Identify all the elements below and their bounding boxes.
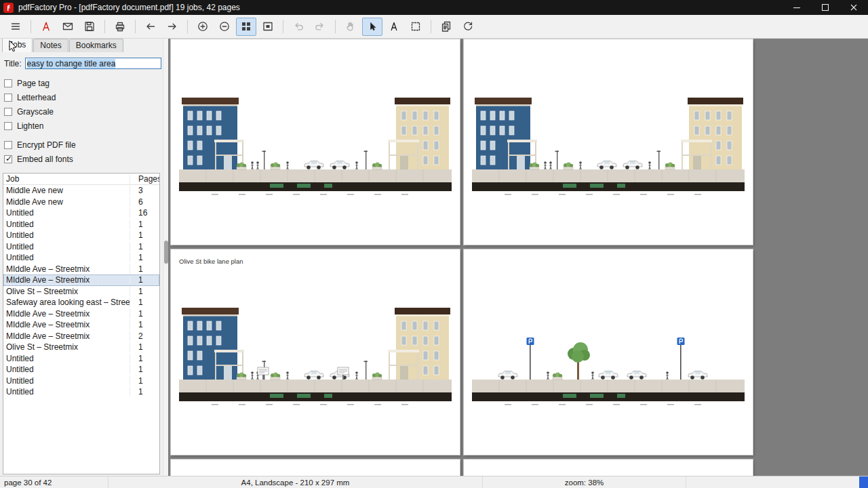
sidebar-tabs: Jobs Notes Bookmarks bbox=[0, 39, 168, 52]
job-row[interactable]: Untitled 1 bbox=[3, 386, 159, 398]
job-pages: 1 bbox=[130, 342, 159, 352]
acrobat-icon bbox=[40, 20, 52, 33]
job-row[interactable]: Untitled 1 bbox=[3, 219, 159, 230]
tab-notes[interactable]: Notes bbox=[33, 39, 68, 52]
close-icon bbox=[848, 1, 860, 14]
job-name: MIddle Ave – Streetmix bbox=[3, 309, 130, 319]
maximize-button[interactable] bbox=[811, 0, 840, 15]
redo-button[interactable] bbox=[310, 18, 330, 36]
sidebar-scrollbar[interactable] bbox=[163, 39, 168, 476]
close-button[interactable] bbox=[840, 0, 868, 15]
marquee-tool-button[interactable] bbox=[406, 18, 426, 36]
job-row[interactable]: Middle Ave new 6 bbox=[3, 197, 159, 208]
refresh-button[interactable] bbox=[458, 18, 478, 36]
page-thumbnail-5[interactable] bbox=[171, 460, 460, 476]
job-pages: 1 bbox=[130, 242, 159, 251]
job-name: Untitled bbox=[3, 208, 130, 218]
job-name: MIddle Ave – Streetmix bbox=[3, 264, 130, 274]
job-row[interactable]: Safeway area looking east – Street... 1 bbox=[3, 297, 159, 308]
job-row[interactable]: Middle Ave new 3 bbox=[3, 185, 159, 197]
job-row[interactable]: MIddle Ave – Streetmix 1 bbox=[3, 274, 159, 286]
acrobat-button[interactable] bbox=[36, 18, 56, 36]
checkbox[interactable] bbox=[4, 141, 12, 149]
job-row[interactable]: Untitled 16 bbox=[3, 207, 159, 219]
zoom-level: zoom: 38% bbox=[565, 479, 604, 487]
undo-button[interactable] bbox=[288, 18, 309, 36]
checkbox[interactable] bbox=[4, 94, 12, 102]
job-row[interactable]: Untitled 1 bbox=[3, 353, 159, 365]
tab-bookmarks[interactable]: Bookmarks bbox=[69, 39, 123, 52]
option-row[interactable]: Letterhead bbox=[4, 90, 168, 104]
pages-column-header[interactable]: Pages bbox=[130, 174, 159, 184]
job-row[interactable]: Untitled 1 bbox=[3, 241, 159, 253]
checkbox-label: Letterhead bbox=[17, 93, 56, 102]
checkbox[interactable] bbox=[4, 155, 12, 163]
thumbnail-grid-button[interactable] bbox=[236, 18, 256, 36]
job-row[interactable]: MIddle Ave – Streetmix 1 bbox=[3, 264, 159, 275]
page-thumbnail-4[interactable] bbox=[464, 249, 753, 455]
resize-grip[interactable] bbox=[859, 476, 868, 488]
job-list-header[interactable]: Job Pages bbox=[3, 174, 159, 185]
statusbar: page 30 of 42 A4, Landscape - 210 x 297 … bbox=[0, 476, 868, 488]
select-tool-button[interactable] bbox=[362, 18, 382, 36]
option-row[interactable]: Page tag bbox=[4, 76, 168, 90]
hand-tool-button[interactable] bbox=[340, 18, 361, 36]
fit-page-icon bbox=[262, 20, 274, 33]
job-row[interactable]: Untitled 1 bbox=[3, 364, 159, 375]
checkbox[interactable] bbox=[4, 108, 12, 116]
job-pages: 1 bbox=[130, 253, 159, 262]
titlebar: pdfFactory Pro - [pdfFactory document.pd… bbox=[0, 0, 868, 15]
job-name: MIddle Ave – Streetmix bbox=[3, 331, 130, 341]
tab-jobs[interactable]: Jobs bbox=[2, 38, 33, 52]
hand-icon bbox=[344, 20, 357, 33]
page-thumbnail-3[interactable]: Olive St bike lane plan bbox=[171, 249, 460, 455]
page-thumbnail-1[interactable] bbox=[171, 39, 460, 245]
job-row[interactable]: Olive St – Streetmix 1 bbox=[3, 286, 159, 298]
fit-page-button[interactable] bbox=[258, 18, 278, 36]
checkbox-label: Lighten bbox=[17, 121, 43, 131]
job-pages: 1 bbox=[130, 264, 159, 274]
job-name: Safeway area looking east – Street... bbox=[3, 298, 130, 307]
menu-button[interactable] bbox=[5, 18, 26, 36]
save-button[interactable] bbox=[79, 18, 100, 36]
option-row[interactable]: Lighten bbox=[4, 119, 168, 133]
job-row[interactable]: MIddle Ave – Streetmix 1 bbox=[3, 308, 159, 320]
job-name: Untitled bbox=[3, 376, 130, 386]
street-cross-section-drawing bbox=[171, 39, 460, 245]
job-name: Untitled bbox=[3, 242, 130, 251]
back-button[interactable] bbox=[140, 18, 161, 36]
job-pages: 1 bbox=[130, 220, 159, 229]
job-row[interactable]: MIddle Ave – Streetmix 2 bbox=[3, 331, 159, 342]
job-row[interactable]: Untitled 1 bbox=[3, 375, 159, 387]
copy-pages-button[interactable] bbox=[436, 18, 456, 36]
option-row[interactable]: Grayscale bbox=[4, 104, 168, 119]
page-thumbnail-2[interactable] bbox=[464, 39, 753, 245]
title-input[interactable]: easy to change title area bbox=[25, 58, 161, 69]
email-button[interactable] bbox=[58, 18, 78, 36]
checkbox[interactable] bbox=[4, 79, 12, 87]
zoom-in-button[interactable] bbox=[193, 18, 213, 36]
job-row[interactable]: Untitled 1 bbox=[3, 252, 159, 264]
job-row[interactable]: MIddle Ave – Streetmix 1 bbox=[3, 319, 159, 331]
page-indicator: page 30 of 42 bbox=[4, 479, 52, 487]
checkbox[interactable] bbox=[4, 122, 12, 130]
app-window: pdfFactory Pro - [pdfFactory document.pd… bbox=[0, 0, 868, 488]
undo-icon bbox=[292, 20, 304, 33]
text-tool-button[interactable] bbox=[384, 18, 404, 36]
forward-button[interactable] bbox=[162, 18, 182, 36]
redo-icon bbox=[314, 20, 326, 33]
minimize-button[interactable] bbox=[783, 0, 811, 15]
job-list-body: Middle Ave new 3 Middle Ave new 6 Untitl… bbox=[3, 185, 159, 398]
print-button[interactable] bbox=[110, 18, 130, 36]
option-row[interactable]: Embed all fonts bbox=[4, 152, 168, 166]
window-controls bbox=[783, 0, 868, 15]
zoom-out-button[interactable] bbox=[214, 18, 235, 36]
job-row[interactable]: Untitled 1 bbox=[3, 230, 159, 241]
job-row[interactable]: Olive St – Streetmix 1 bbox=[3, 342, 159, 353]
page-3-label: Olive St bike lane plan bbox=[179, 258, 243, 265]
option-row[interactable]: Encrypt PDF file bbox=[4, 138, 168, 152]
job-column-header[interactable]: Job bbox=[3, 174, 130, 184]
back-arrow-icon bbox=[144, 20, 157, 33]
print-icon bbox=[114, 20, 126, 33]
page-thumbnail-6[interactable] bbox=[464, 460, 753, 476]
